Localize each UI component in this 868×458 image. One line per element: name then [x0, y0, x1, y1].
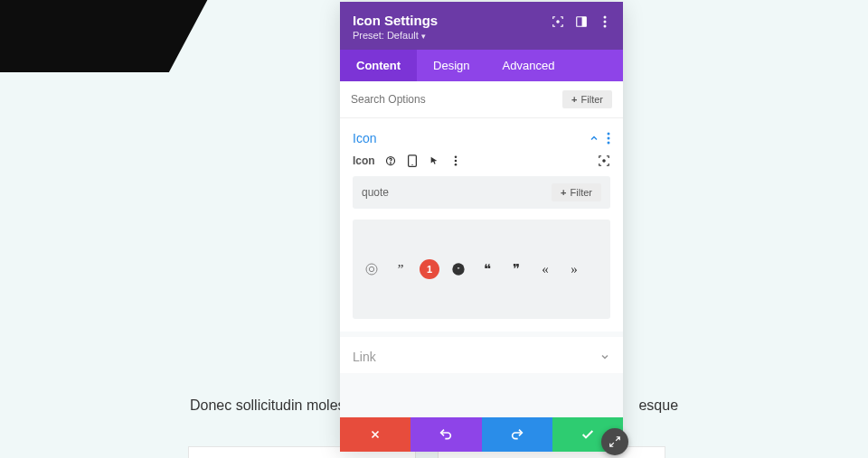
svg-point-4 [604, 21, 607, 23]
icon-label: Icon [353, 154, 375, 167]
expand-fab[interactable] [601, 428, 628, 455]
tabs: Content Design Advanced [340, 50, 623, 81]
more-icon[interactable] [598, 14, 612, 29]
icon-option-heavy-right[interactable]: ❞ [506, 259, 526, 279]
dynamic-content-icon[interactable] [598, 154, 610, 167]
svg-point-0 [557, 21, 559, 23]
undo-button[interactable] [410, 417, 481, 452]
svg-point-14 [454, 160, 457, 163]
section-more-icon[interactable] [607, 132, 610, 145]
icon-label-row: Icon [353, 154, 610, 167]
section-icon-header[interactable]: Icon [340, 118, 623, 154]
icon-option-outline[interactable] [362, 259, 382, 279]
section-icon-title: Icon [353, 131, 589, 145]
svg-point-6 [608, 133, 610, 136]
footer-actions [340, 417, 623, 452]
svg-point-8 [608, 142, 610, 145]
tab-advanced[interactable]: Advanced [486, 50, 571, 81]
svg-point-10 [390, 163, 391, 164]
icon-option-heavy-left[interactable]: ❝ [477, 259, 497, 279]
tab-content[interactable]: Content [340, 50, 417, 81]
svg-point-13 [454, 155, 457, 158]
svg-point-3 [604, 16, 607, 19]
chevron-down-icon [599, 351, 610, 362]
icon-option-quote-circle[interactable]: ” [448, 259, 468, 279]
icon-option-angle-left[interactable]: « [535, 259, 555, 279]
icon-option-quote-right[interactable]: ” [391, 259, 410, 279]
preset-label[interactable]: Preset: Default ▾ [353, 30, 610, 41]
help-icon[interactable] [384, 154, 397, 167]
icon-option-angle-right[interactable]: » [564, 259, 584, 279]
annotation-badge: 1 [420, 259, 439, 279]
panel-header: Icon Settings Preset: Default ▾ [340, 2, 623, 50]
svg-point-15 [454, 164, 457, 166]
svg-point-12 [411, 164, 412, 165]
svg-point-17 [366, 264, 377, 275]
filter-button[interactable]: +Filter [562, 90, 612, 108]
svg-rect-2 [582, 17, 587, 27]
chevron-up-icon [589, 133, 599, 144]
cancel-button[interactable] [340, 417, 410, 452]
background-shape [0, 0, 217, 72]
tablet-icon[interactable] [406, 154, 419, 167]
icon-grid: ” 1 ” ❝ ❞ « » [353, 220, 610, 319]
panel-layout-icon[interactable] [574, 14, 589, 29]
section-icon: Icon Icon +Filter [340, 118, 623, 332]
search-options-input[interactable] [351, 93, 562, 106]
icon-filter-button[interactable]: +Filter [552, 183, 601, 201]
section-link-header[interactable]: Link [340, 337, 623, 373]
section-link-title: Link [353, 350, 599, 364]
panel-body: +Filter Icon Icon +Filter [340, 81, 623, 417]
svg-point-5 [604, 25, 607, 28]
svg-point-7 [608, 137, 610, 140]
hover-pointer-icon[interactable] [428, 154, 440, 167]
svg-point-18 [369, 266, 373, 271]
bg-line3: esque [638, 397, 678, 413]
icon-more-icon[interactable] [449, 154, 462, 167]
icon-search-input[interactable] [362, 186, 552, 199]
settings-panel: Icon Settings Preset: Default ▾ Content … [340, 2, 623, 452]
section-icon-content: Icon +Filter ” 1 ” ❝ ❞ [340, 154, 623, 332]
focus-icon[interactable] [551, 14, 565, 29]
bg-line1: Donec sollicitudin molestie [190, 397, 361, 413]
search-row: +Filter [340, 81, 623, 118]
svg-point-16 [603, 160, 605, 162]
section-link: Link [340, 337, 623, 373]
tab-design[interactable]: Design [417, 50, 486, 81]
icon-search-row: +Filter [353, 176, 610, 209]
svg-text:”: ” [458, 266, 460, 274]
redo-button[interactable] [482, 417, 552, 452]
